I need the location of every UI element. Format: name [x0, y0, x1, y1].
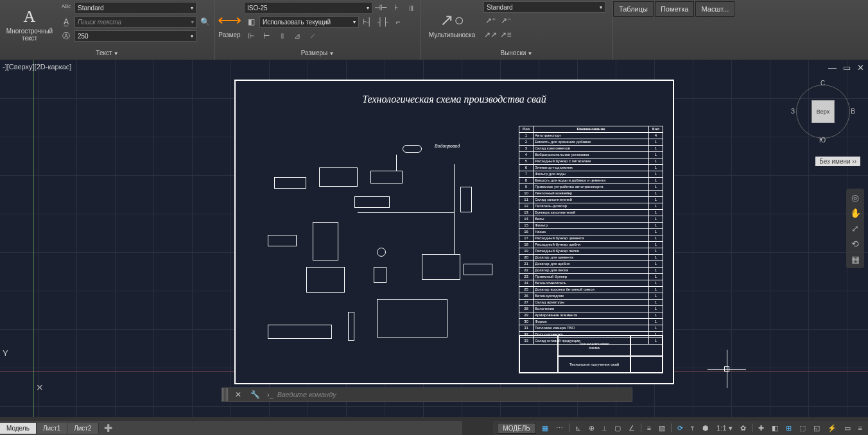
panel-text-label[interactable]: Текст [3, 49, 212, 58]
hardware-accel-icon[interactable]: ⚡ [826, 424, 838, 432]
viewcube-top-face[interactable]: Верх [812, 100, 835, 123]
parts-row: 6Элеватор-подъемник1 [519, 165, 663, 171]
minimize-icon[interactable]: — [828, 63, 837, 72]
otrack-icon[interactable]: ∠ [627, 424, 637, 432]
viewcube-east[interactable]: В [851, 108, 855, 115]
ucs-close-icon[interactable]: ✕ [36, 382, 44, 393]
mtext-button[interactable]: A Многострочный текст [3, 1, 56, 46]
scale-tab[interactable]: Масшт... [695, 1, 734, 17]
full-nav-icon[interactable]: ◎ [851, 192, 859, 203]
annotation-scale-label[interactable]: 1:1 ▾ [715, 424, 734, 432]
dim-oblique-icon[interactable]: ⟋ [306, 30, 320, 42]
tab-layout2[interactable]: Лист2 [67, 423, 98, 434]
viewcube-south[interactable]: Ю [819, 137, 826, 144]
snap-mode-icon[interactable]: ⋯ [554, 424, 565, 432]
parts-row: 3Склад компонентов1 [519, 146, 663, 152]
viewport-window-controls: — ▭ ✕ [828, 63, 864, 72]
parts-row: 24Бетоносмеситель1 [519, 280, 663, 287]
3dosnap-icon[interactable]: ⫯ [689, 424, 697, 432]
find-icon[interactable]: 🔍 [198, 15, 212, 28]
tab-add-button[interactable]: ✚ [99, 420, 117, 436]
panel-leader-label[interactable]: Выноски [423, 49, 610, 58]
mleader-align-icon[interactable]: ↗↗ [483, 28, 498, 41]
dim-baseline-icon[interactable]: ⊩ [244, 30, 258, 42]
ribbon: A Многострочный текст ᴬᴮᶜ Standard A̲ По… [0, 0, 868, 60]
ortho-icon[interactable]: ⊾ [573, 424, 583, 432]
isolate-icon[interactable]: ◱ [812, 424, 822, 432]
tables-tab[interactable]: Таблицы [613, 1, 654, 17]
markup-tab[interactable]: Пометка [655, 1, 695, 17]
viewcube-north[interactable]: С [820, 80, 825, 87]
grid-toggle-icon[interactable]: ▦ [540, 424, 550, 432]
quick-props-icon[interactable]: ⊞ [784, 424, 794, 432]
lock-ui-icon[interactable]: ⬚ [797, 424, 808, 432]
dim-angle-icon[interactable]: ⊿ [290, 30, 304, 42]
find-text-input[interactable]: Поиск текста [74, 16, 196, 28]
units-icon[interactable]: ◧ [770, 424, 780, 432]
panel-dim-label[interactable]: Размеры [218, 49, 417, 58]
mleader-remove-icon[interactable]: ↗⁻ [499, 14, 513, 27]
annotative-a-icon[interactable]: A̲ [59, 15, 73, 28]
parts-row: 9Приемное устройство автотранспорта1 [519, 184, 663, 191]
viewcube[interactable]: Верх С Ю В З [791, 80, 855, 144]
mleader-collect-icon[interactable]: ↗≡ [499, 28, 513, 41]
zoom-extents-icon[interactable]: ⤢ [851, 223, 859, 234]
mleader-icon: ↗○ [440, 10, 464, 31]
cmd-input[interactable]: Введите команду [273, 391, 632, 398]
customize-status-icon[interactable]: ≡ [856, 424, 864, 432]
annotation-monitor-icon[interactable]: ✚ [756, 424, 766, 432]
mleader-add-icon[interactable]: ↗⁺ [483, 14, 498, 27]
parts-row: 26Бетоноукладчик1 [519, 293, 663, 300]
parts-row: 31Тепловая камера ТВО1 [519, 325, 663, 332]
dim-chain-icon[interactable]: ⫴ [275, 30, 289, 42]
dim-style-combo[interactable]: ISO-25 [244, 2, 372, 13]
mleader-style-combo[interactable]: Standard [483, 1, 605, 13]
polar-icon[interactable]: ⊕ [587, 424, 596, 432]
command-line[interactable]: ✕ 🔧 ›_ Введите команду [221, 388, 632, 402]
parts-row: 20Дозатор для цемента1 [519, 255, 663, 261]
dim-quick-icon[interactable]: ⊦ [389, 1, 403, 14]
dim-linear-icon[interactable]: ⊣⊢ [374, 1, 388, 14]
cycling-icon[interactable]: ⟳ [675, 424, 685, 432]
view-controls-label[interactable]: -][Сверху][2D-каркас] [3, 63, 71, 71]
viewcube-west[interactable]: З [791, 108, 795, 115]
dimension-icon: ⟷ [218, 10, 241, 31]
orbit-icon[interactable]: ⟲ [851, 239, 859, 249]
dimension-button[interactable]: ⟷ Размер [218, 1, 241, 46]
dynamic-ucs-icon[interactable]: ⬢ [700, 424, 711, 432]
dim-break-icon[interactable]: ⊦┤ [360, 15, 374, 28]
transparency-icon[interactable]: ▨ [657, 424, 667, 432]
dim-layer-combo[interactable]: Использовать текущий [259, 16, 359, 28]
dim-jog-icon[interactable]: ⌐ [391, 15, 405, 28]
dim-ordinate-icon[interactable]: ⊢ [259, 30, 273, 42]
close-icon[interactable]: ✕ [857, 63, 864, 72]
clean-screen-icon[interactable]: ▭ [842, 424, 853, 432]
show-motion-icon[interactable]: ▦ [851, 254, 860, 264]
parts-row: 25Дозатор воронки бетонной смеси1 [519, 287, 663, 293]
tab-model[interactable]: Модель [0, 423, 37, 434]
mleader-button[interactable]: ↗○ Мультивыноска [423, 1, 481, 46]
model-space-button[interactable]: МОДЕЛЬ [497, 423, 535, 434]
cmd-close-icon[interactable]: ✕ [231, 388, 245, 401]
text-a-icon: A [24, 6, 36, 28]
lineweight-icon[interactable]: ≡ [645, 424, 653, 432]
pan-icon[interactable]: ✋ [850, 208, 861, 218]
dim-continue-icon[interactable]: ⫼ [404, 1, 419, 14]
cmd-customize-icon[interactable]: 🔧 [248, 388, 262, 401]
text-style-combo[interactable]: Standard [74, 2, 196, 13]
file-name-tag[interactable]: Без имени ›› [815, 157, 860, 166]
dim-space-icon[interactable]: ┤├ [376, 15, 390, 28]
workspace-icon[interactable]: ✿ [738, 424, 748, 432]
parts-row: 22Дозатор для песка1 [519, 268, 663, 274]
abc-icon[interactable]: ᴬᴮᶜ [59, 1, 73, 14]
mleader-label: Мультивыноска [429, 31, 475, 38]
tab-layout1[interactable]: Лист1 [37, 423, 67, 434]
drawing-canvas[interactable]: -][Сверху][2D-каркас] Y ✕ — ▭ ✕ Технолог… [0, 60, 868, 417]
osnap-icon[interactable]: ▢ [612, 424, 623, 432]
isodraft-icon[interactable]: ⟂ [600, 424, 609, 432]
text-height-combo[interactable]: 250 [74, 30, 196, 42]
text-height-icon[interactable]: Ⓐ [59, 30, 73, 42]
cmd-drag-handle[interactable] [222, 388, 229, 401]
dim-layer-icon[interactable]: ◧ [244, 15, 258, 28]
restore-icon[interactable]: ▭ [843, 63, 851, 72]
